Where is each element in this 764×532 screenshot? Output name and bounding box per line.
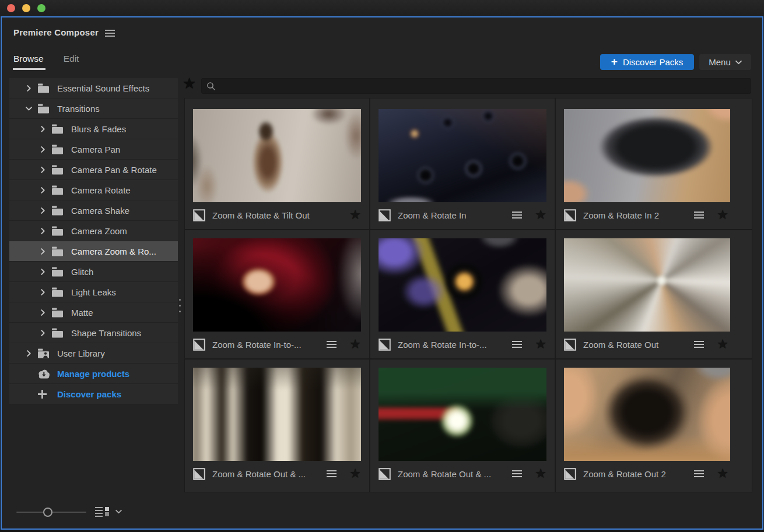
sidebar-item-blurs-fades[interactable]: Blurs & Fades xyxy=(9,119,178,139)
chevron-right-icon[interactable] xyxy=(38,228,47,234)
chevron-right-icon[interactable] xyxy=(38,126,47,132)
tab-edit[interactable]: Edit xyxy=(64,54,79,70)
chevron-right-icon[interactable] xyxy=(38,289,47,295)
chevron-right-icon[interactable] xyxy=(24,350,33,357)
thumbnail-image xyxy=(193,368,361,461)
sidebar-item-camera-pan[interactable]: Camera Pan xyxy=(9,139,178,160)
favorites-filter-star-icon[interactable]: ★ xyxy=(183,76,196,91)
favorite-star-icon[interactable]: ★ xyxy=(349,467,361,480)
favorite-star-icon[interactable]: ★ xyxy=(717,338,728,351)
panel-menu-icon[interactable] xyxy=(105,30,115,37)
card-options-menu-icon[interactable] xyxy=(694,473,704,474)
sidebar-item-camera-shake[interactable]: Camera Shake xyxy=(9,200,178,221)
folder-icon xyxy=(51,308,64,318)
chevron-right-icon[interactable] xyxy=(38,309,47,316)
chevron-right-icon[interactable] xyxy=(38,167,47,173)
transition-card[interactable]: Zoom & Rotate Out & ...★ xyxy=(185,360,369,492)
transition-card[interactable]: Zoom & Rotate & Tilt Out★ xyxy=(185,98,369,229)
transition-card[interactable]: Zoom & Rotate In-to-...★ xyxy=(370,230,555,358)
search-input[interactable] xyxy=(220,81,746,91)
chevron-down-icon[interactable] xyxy=(24,105,33,112)
sidebar-tree: Essential Sound EffectsTransitionsBlurs … xyxy=(9,78,178,404)
close-window-icon[interactable] xyxy=(7,4,15,12)
thumbnail-image xyxy=(564,238,730,332)
transition-thumbnail[interactable] xyxy=(564,109,730,202)
transition-thumbnail[interactable] xyxy=(379,109,546,202)
card-options-menu-icon[interactable] xyxy=(327,473,337,474)
transition-card[interactable]: Zoom & Rotate Out & ...★ xyxy=(370,360,555,492)
tab-browse[interactable]: Browse xyxy=(13,54,44,70)
chevron-right-icon[interactable] xyxy=(38,187,47,193)
sidebar-item-glitch[interactable]: Glitch xyxy=(9,262,178,282)
chevron-right-icon[interactable] xyxy=(38,269,47,275)
favorite-star-icon[interactable]: ★ xyxy=(349,338,361,351)
sidebar-item-camera-zoom-ro[interactable]: Camera Zoom & Ro... xyxy=(9,241,178,262)
favorite-star-icon[interactable]: ★ xyxy=(535,338,546,351)
folder-icon xyxy=(51,124,64,134)
card-options-menu-icon[interactable] xyxy=(512,344,522,345)
transition-name: Zoom & Rotate & Tilt Out xyxy=(212,210,342,220)
transition-thumbnail[interactable] xyxy=(564,368,730,461)
menu-dropdown-button[interactable]: Menu xyxy=(699,54,751,70)
minimize-window-icon[interactable] xyxy=(22,4,30,12)
sidebar-item-transitions[interactable]: Transitions xyxy=(9,98,178,119)
sidebar-item-camera-pan-rotate[interactable]: Camera Pan & Rotate xyxy=(9,160,178,180)
sidebar-item-manage-products[interactable]: Manage products xyxy=(9,364,178,384)
thumbnail-size-slider[interactable] xyxy=(16,507,86,517)
sidebar-item-label: Transitions xyxy=(57,104,100,114)
chevron-right-icon[interactable] xyxy=(38,330,47,336)
chevron-right-icon[interactable] xyxy=(38,248,47,255)
transition-thumbnail[interactable] xyxy=(564,238,730,332)
sidebar-item-camera-zoom[interactable]: Camera Zoom xyxy=(9,221,178,241)
transition-card[interactable]: Zoom & Rotate In★ xyxy=(370,98,555,229)
card-options-menu-icon[interactable] xyxy=(694,344,704,345)
transition-thumbnail[interactable] xyxy=(379,368,546,461)
favorite-star-icon[interactable]: ★ xyxy=(717,467,728,480)
sidebar-item-user-library[interactable]: User Library xyxy=(9,343,178,364)
sidebar-item-label: Essential Sound Effects xyxy=(57,83,149,93)
zoom-window-icon[interactable] xyxy=(37,4,45,12)
favorite-star-icon[interactable]: ★ xyxy=(717,209,728,221)
sidebar-item-shape-transitions[interactable]: Shape Transitions xyxy=(9,323,178,343)
favorite-star-icon[interactable]: ★ xyxy=(535,467,546,480)
favorite-star-icon[interactable]: ★ xyxy=(535,209,546,221)
chevron-right-icon[interactable] xyxy=(38,146,47,153)
sidebar-item-light-leaks[interactable]: Light Leaks xyxy=(9,282,178,302)
chevron-right-icon[interactable] xyxy=(38,207,47,214)
view-mode-toggle[interactable] xyxy=(95,506,122,517)
card-options-menu-icon[interactable] xyxy=(512,214,522,216)
transition-type-icon xyxy=(193,339,205,351)
transition-thumbnail[interactable] xyxy=(193,368,361,461)
plus-icon: + xyxy=(611,56,618,67)
menu-label: Menu xyxy=(709,57,731,67)
transition-card[interactable]: Zoom & Rotate Out 2★ xyxy=(556,360,752,492)
sidebar-item-camera-rotate[interactable]: Camera Rotate xyxy=(9,180,178,200)
transition-card[interactable]: Zoom & Rotate In 2★ xyxy=(556,98,752,229)
sidebar-item-label: User Library xyxy=(57,348,105,358)
discover-packs-label: Discover Packs xyxy=(623,57,683,67)
chevron-right-icon[interactable] xyxy=(24,85,33,91)
transition-type-icon xyxy=(564,209,576,221)
sidebar-item-matte[interactable]: Matte xyxy=(9,302,178,323)
transition-thumbnail[interactable] xyxy=(379,238,546,332)
search-bar[interactable] xyxy=(201,78,751,94)
transition-card[interactable]: Zoom & Rotate In-to-...★ xyxy=(185,230,369,358)
slider-knob[interactable] xyxy=(43,508,52,517)
transition-thumbnail[interactable] xyxy=(193,109,361,202)
panel-resize-handle[interactable] xyxy=(177,294,182,317)
transition-thumbnail[interactable] xyxy=(193,238,361,332)
thumbnail-image xyxy=(379,238,546,332)
plus-icon xyxy=(37,389,50,399)
discover-packs-button[interactable]: + Discover Packs xyxy=(600,54,694,70)
sidebar-item-label: Camera Shake xyxy=(71,206,129,216)
thumbnail-image xyxy=(193,238,361,332)
transition-card[interactable]: Zoom & Rotate Out★ xyxy=(556,230,752,358)
card-options-menu-icon[interactable] xyxy=(694,214,704,216)
sidebar-item-discover-packs[interactable]: Discover packs xyxy=(9,384,178,404)
sidebar-item-essential-sound-effects[interactable]: Essential Sound Effects xyxy=(9,78,178,98)
transition-name: Zoom & Rotate In 2 xyxy=(583,210,687,220)
thumbnail-image xyxy=(564,109,730,202)
card-options-menu-icon[interactable] xyxy=(327,344,337,345)
card-options-menu-icon[interactable] xyxy=(512,473,522,474)
favorite-star-icon[interactable]: ★ xyxy=(349,209,361,221)
